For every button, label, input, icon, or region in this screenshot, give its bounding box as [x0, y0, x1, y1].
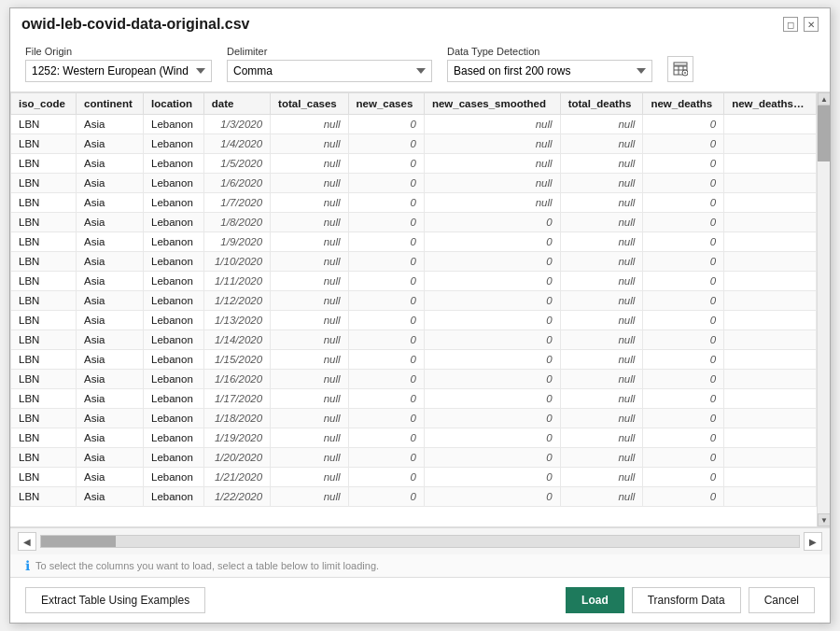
table-cell: Lebanon — [144, 174, 204, 193]
table-cell — [724, 330, 817, 350]
table-cell: LBN — [11, 468, 77, 487]
table-cell: Asia — [77, 134, 144, 154]
v-scroll-thumb[interactable] — [818, 105, 830, 161]
scroll-right-arrow[interactable]: ▶ — [804, 532, 822, 551]
table-cell: null — [560, 252, 643, 272]
table-cell: 1/3/2020 — [203, 115, 270, 134]
table-cell: null — [271, 350, 348, 370]
table-cell: 0 — [424, 350, 560, 370]
table-cell: 0 — [348, 115, 424, 134]
table-cell: null — [271, 409, 348, 428]
table-row: LBNAsiaLebanon1/14/2020null00null0 — [11, 330, 817, 350]
table-cell: null — [424, 193, 560, 213]
table-cell: 1/5/2020 — [203, 154, 270, 174]
table-cell: Lebanon — [144, 428, 204, 448]
table-row: LBNAsiaLebanon1/19/2020null00null0 — [11, 428, 817, 448]
table-scroll-area[interactable]: iso_code continent location date total_c… — [10, 92, 830, 526]
hint-text: To select the columns you want to load, … — [35, 560, 379, 571]
table-cell: 0 — [348, 448, 424, 468]
table-cell: 1/13/2020 — [203, 311, 270, 330]
col-header-location: location — [144, 93, 204, 115]
table-row: LBNAsiaLebanon1/12/2020null00null0 — [11, 291, 817, 311]
table-row: LBNAsiaLebanon1/4/2020null0nullnull0 — [11, 134, 817, 154]
vertical-scrollbar[interactable]: ▲ ▼ — [817, 92, 830, 526]
cancel-button[interactable]: Cancel — [749, 587, 815, 613]
table-cell: LBN — [11, 330, 77, 350]
table-cell: 1/15/2020 — [203, 350, 270, 370]
table-cell: LBN — [11, 409, 77, 428]
restore-button[interactable]: ◻ — [783, 17, 798, 32]
file-origin-select[interactable]: 1252: Western European (Windows)UTF-8UTF… — [25, 60, 212, 82]
data-type-select[interactable]: Based on first 200 rowsBased on entire d… — [447, 60, 652, 82]
table-cell: LBN — [11, 311, 77, 330]
table-cell: 0 — [348, 213, 424, 232]
scroll-down-arrow[interactable]: ▼ — [818, 513, 830, 526]
table-row: LBNAsiaLebanon1/21/2020null00null0 — [11, 468, 817, 487]
table-cell — [724, 291, 817, 311]
title-bar: owid-leb-covid-data-original.csv ◻ ✕ — [10, 8, 830, 38]
table-cell: LBN — [11, 487, 77, 507]
table-cell: null — [271, 448, 348, 468]
table-cell: null — [560, 350, 643, 370]
table-cell: 0 — [348, 252, 424, 272]
table-cell: 0 — [348, 134, 424, 154]
table-cell: null — [271, 134, 348, 154]
table-cell: 0 — [424, 468, 560, 487]
table-row: LBNAsiaLebanon1/10/2020null00null0 — [11, 252, 817, 272]
h-scroll-thumb[interactable] — [41, 536, 116, 547]
v-scroll-track[interactable] — [818, 105, 830, 513]
table-cell: LBN — [11, 213, 77, 232]
table-cell — [724, 409, 817, 428]
table-cell: 0 — [348, 409, 424, 428]
table-cell: LBN — [11, 232, 77, 252]
table-cell: 0 — [424, 213, 560, 232]
table-cell: null — [271, 154, 348, 174]
table-icon-button[interactable] — [667, 56, 693, 82]
table-cell — [724, 389, 817, 409]
table-cell: Lebanon — [144, 311, 204, 330]
table-row: LBNAsiaLebanon1/18/2020null00null0 — [11, 409, 817, 428]
table-settings-icon — [673, 62, 688, 77]
table-cell: 1/8/2020 — [203, 213, 270, 232]
dialog: owid-leb-covid-data-original.csv ◻ ✕ Fil… — [9, 7, 831, 624]
table-cell: null — [560, 487, 643, 507]
table-cell: 0 — [348, 154, 424, 174]
table-cell: 0 — [643, 448, 724, 468]
table-cell — [724, 468, 817, 487]
col-header-new_deaths: new_deaths — [643, 93, 724, 115]
table-cell: null — [271, 232, 348, 252]
h-scroll-track[interactable] — [40, 535, 800, 548]
table-cell: 0 — [643, 291, 724, 311]
table-cell — [724, 213, 817, 232]
table-cell: Lebanon — [144, 154, 204, 174]
transform-data-button[interactable]: Transform Data — [632, 587, 741, 613]
table-cell: null — [560, 448, 643, 468]
table-cell: Asia — [77, 370, 144, 389]
extract-table-button[interactable]: Extract Table Using Examples — [25, 587, 205, 613]
table-cell: null — [560, 115, 643, 134]
table-cell: 0 — [348, 193, 424, 213]
table-cell: 0 — [348, 232, 424, 252]
scroll-left-arrow[interactable]: ◀ — [18, 532, 36, 551]
footer-row: Extract Table Using Examples Load Transf… — [10, 578, 830, 623]
table-cell: null — [424, 134, 560, 154]
table-cell: null — [560, 174, 643, 193]
close-button[interactable]: ✕ — [804, 17, 819, 32]
table-cell: Asia — [77, 350, 144, 370]
col-header-total_deaths: total_deaths — [560, 93, 643, 115]
table-cell: 1/14/2020 — [203, 330, 270, 350]
load-button[interactable]: Load — [566, 587, 624, 613]
table-cell: null — [271, 291, 348, 311]
table-cell: 1/10/2020 — [203, 252, 270, 272]
table-cell: null — [271, 272, 348, 291]
table-row: LBNAsiaLebanon1/16/2020null00null0 — [11, 370, 817, 389]
table-cell: Lebanon — [144, 115, 204, 134]
table-cell: null — [271, 330, 348, 350]
col-header-date: date — [203, 93, 270, 115]
table-cell: 0 — [424, 232, 560, 252]
table-cell: 0 — [424, 409, 560, 428]
table-cell: 0 — [424, 428, 560, 448]
col-header-new_deaths2: new_deaths… — [724, 93, 817, 115]
scroll-up-arrow[interactable]: ▲ — [818, 92, 830, 105]
delimiter-select[interactable]: CommaTabSemicolonSpaceCustom — [227, 60, 432, 82]
